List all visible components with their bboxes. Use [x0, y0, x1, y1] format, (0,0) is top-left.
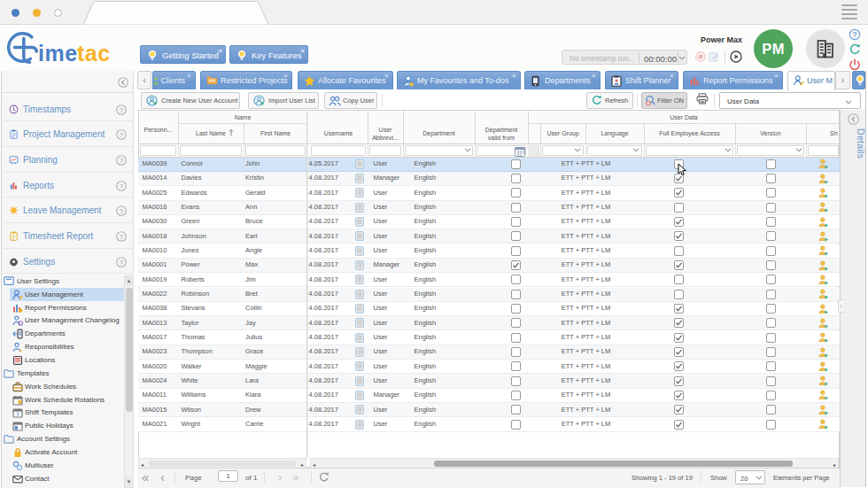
- svg-text:tac: tac: [77, 41, 111, 66]
- svg-text:?: ?: [120, 233, 124, 241]
- svg-text:?: ?: [120, 259, 124, 267]
- svg-text:7: 7: [16, 412, 19, 417]
- svg-text:?: ?: [120, 106, 124, 114]
- svg-text:?: ?: [852, 30, 857, 39]
- svg-text:?: ?: [120, 207, 124, 215]
- svg-text:?: ?: [120, 157, 124, 165]
- svg-text:?: ?: [120, 131, 124, 139]
- svg-text:?: ?: [120, 182, 124, 190]
- svg-text:ime: ime: [38, 41, 78, 66]
